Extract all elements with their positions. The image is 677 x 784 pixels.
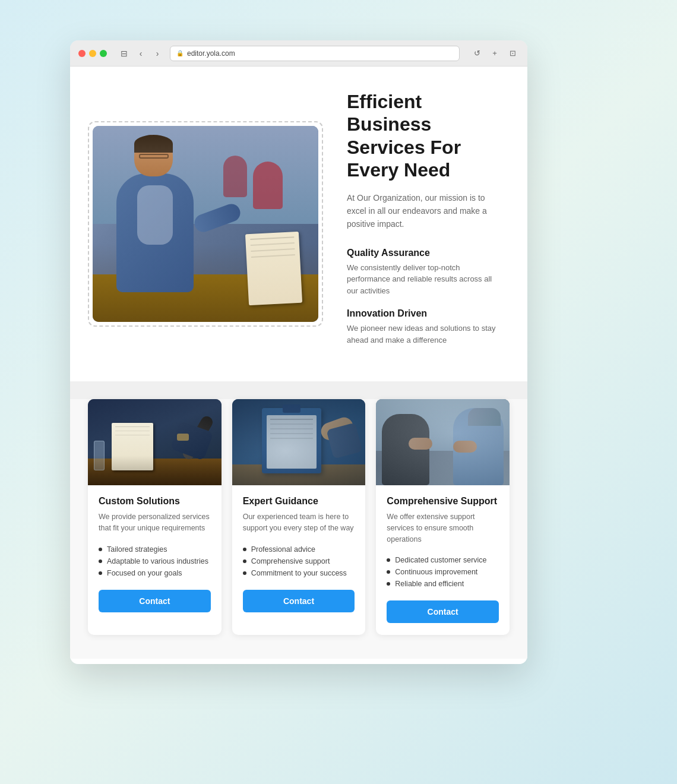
cards-grid: Custom Solutions We provide personalized…	[88, 399, 510, 635]
bullet-icon	[99, 559, 102, 563]
section-divider	[70, 381, 527, 399]
list-item: Professional advice	[243, 543, 355, 555]
card-2-contact-button[interactable]: Contact	[243, 590, 355, 612]
list-item: Continuous improvement	[387, 566, 499, 578]
feature-quality: Quality Assurance We consistently delive…	[347, 248, 498, 297]
bullet-icon	[99, 571, 102, 575]
browser-controls: ⊟ ‹ ›	[118, 47, 164, 60]
forward-button[interactable]: ›	[151, 47, 164, 60]
card-3-content: Comprehensive Support We offer extensive…	[376, 485, 510, 635]
lock-icon: 🔒	[176, 50, 184, 56]
feature-quality-title: Quality Assurance	[347, 248, 498, 258]
url-text: editor.yola.com	[187, 49, 235, 58]
close-button[interactable]	[78, 50, 86, 57]
share-button[interactable]: ↺	[470, 47, 483, 60]
bullet-icon	[243, 548, 246, 551]
bullet-icon	[387, 582, 390, 586]
card-1-title: Custom Solutions	[99, 496, 211, 507]
list-item: Adaptable to various industries	[99, 555, 211, 567]
card-2-list: Professional advice Comprehensive suppor…	[243, 543, 355, 579]
new-tab-button[interactable]: +	[488, 47, 501, 60]
sidebar-toggle-button[interactable]: ⊟	[118, 47, 131, 60]
card-3-list: Dedicated customer service Continuous im…	[387, 554, 499, 590]
card-1-content: Custom Solutions We provide personalized…	[88, 485, 222, 624]
hero-text-block: Efficient Business Services For Every Ne…	[347, 90, 498, 358]
bullet-icon	[387, 558, 390, 562]
feature-innovation-title: Innovation Driven	[347, 308, 498, 319]
bullet-icon	[99, 548, 102, 551]
list-item: Comprehensive support	[243, 555, 355, 567]
card-image-2	[232, 399, 366, 485]
bullet-icon	[243, 559, 246, 563]
feature-quality-desc: We consistently deliver top-notch perfor…	[347, 262, 498, 297]
browser-actions: ↺ + ⊡	[470, 47, 519, 60]
card-1-desc: We provide personalized services that fi…	[99, 511, 211, 534]
cards-section: Custom Solutions We provide personalized…	[70, 399, 527, 659]
back-button[interactable]: ‹	[134, 47, 147, 60]
list-item: Reliable and efficient	[387, 578, 499, 590]
hero-section: Efficient Business Services For Every Ne…	[70, 67, 527, 381]
maximize-button[interactable]	[100, 50, 107, 57]
card-2-content: Expert Guidance Our experienced team is …	[232, 485, 366, 624]
list-item: Commitment to your success	[243, 567, 355, 579]
minimize-button[interactable]	[89, 50, 96, 57]
card-comprehensive-support: Comprehensive Support We offer extensive…	[376, 399, 510, 635]
browser-content: Efficient Business Services For Every Ne…	[70, 67, 527, 664]
card-image-3	[376, 399, 510, 485]
list-item: Focused on your goals	[99, 567, 211, 579]
list-item: Dedicated customer service	[387, 554, 499, 566]
hero-subtitle: At Our Organization, our mission is to e…	[347, 191, 498, 231]
hero-title: Efficient Business Services For Every Ne…	[347, 90, 498, 182]
card-1-contact-button[interactable]: Contact	[99, 590, 211, 612]
hero-image	[93, 126, 318, 322]
hero-image-container	[88, 121, 323, 327]
bullet-icon	[387, 570, 390, 574]
traffic-lights	[78, 50, 107, 57]
extensions-button[interactable]: ⊡	[506, 47, 519, 60]
card-3-contact-button[interactable]: Contact	[387, 600, 499, 623]
card-3-desc: We offer extensive support services to e…	[387, 511, 499, 545]
card-3-title: Comprehensive Support	[387, 496, 499, 507]
card-2-title: Expert Guidance	[243, 496, 355, 507]
feature-innovation: Innovation Driven We pioneer new ideas a…	[347, 308, 498, 346]
card-2-desc: Our experienced team is here to support …	[243, 511, 355, 534]
list-item: Tailored strategies	[99, 543, 211, 555]
card-custom-solutions: Custom Solutions We provide personalized…	[88, 399, 222, 635]
address-bar[interactable]: 🔒 editor.yola.com	[170, 46, 460, 61]
card-expert-guidance: Expert Guidance Our experienced team is …	[232, 399, 366, 635]
card-image-1	[88, 399, 222, 485]
browser-window: ⊟ ‹ › 🔒 editor.yola.com ↺ + ⊡	[70, 40, 527, 664]
hero-image-border	[88, 121, 323, 327]
browser-chrome: ⊟ ‹ › 🔒 editor.yola.com ↺ + ⊡	[70, 40, 527, 67]
feature-innovation-desc: We pioneer new ideas and solutions to st…	[347, 323, 498, 346]
bullet-icon	[243, 571, 246, 575]
card-1-list: Tailored strategies Adaptable to various…	[99, 543, 211, 579]
